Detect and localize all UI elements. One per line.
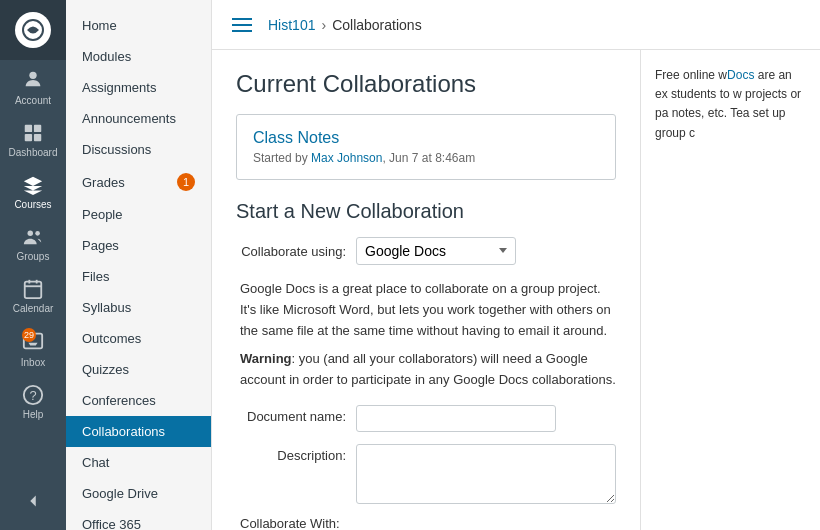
inbox-label: Inbox [21,357,45,368]
sidebar-item-chat[interactable]: Chat [66,447,211,478]
sidebar-item-outcomes[interactable]: Outcomes [66,323,211,354]
svg-rect-4 [25,134,32,141]
dashboard-label: Dashboard [9,147,58,158]
sidebar-item-assignments[interactable]: Assignments [66,72,211,103]
warning-text: : you (and all your collaborators) will … [240,351,616,387]
sidebar-item-pages[interactable]: Pages [66,230,211,261]
sidebar-item-help[interactable]: ? Help [0,376,66,428]
info-description: Google Docs is a great place to collabor… [240,279,616,341]
description-textarea[interactable] [356,444,616,504]
info-box: Google Docs is a great place to collabor… [236,279,616,391]
sidebar-item-modules[interactable]: Modules [66,41,211,72]
calendar-icon [22,278,44,300]
sidebar-item-courses[interactable]: Courses [0,166,66,218]
collaborate-using-select[interactable]: Google Docs Google Drive Office 365 [356,237,516,265]
collab-card-meta: Started by Max Johnson, Jun 7 at 8:46am [253,151,599,165]
sidebar-item-groups[interactable]: Groups [0,218,66,270]
arrow-left-icon [22,490,44,512]
sidebar-item-collaborations[interactable]: Collaborations [66,416,211,447]
collaborate-using-label: Collaborate using: [236,244,346,259]
sidebar-item-dashboard[interactable]: Dashboard [0,114,66,166]
svg-point-6 [28,231,34,237]
breadcrumb-separator: › [321,17,326,33]
sidebar-item-grades[interactable]: Grades 1 [66,165,211,199]
description-row: Description: [236,444,616,504]
sidebar-item-account[interactable]: Account [0,60,66,114]
sidebar-item-files[interactable]: Files [66,261,211,292]
collab-card-name[interactable]: Class Notes [253,129,599,147]
course-sidebar: Home Modules Assignments Announcements D… [66,0,212,530]
main-content: Hist101 › Collaborations Current Collabo… [212,0,820,530]
person-icon [22,68,44,90]
breadcrumb-current: Collaborations [332,17,422,33]
dashboard-icon [22,122,44,144]
collaborate-with-label: Collaborate With: [236,516,616,530]
svg-point-1 [29,72,36,79]
document-name-input[interactable] [356,405,556,432]
groups-label: Groups [17,251,50,262]
collab-meta-prefix: Started by [253,151,308,165]
collab-author-link[interactable]: Max Johnson [311,151,382,165]
app-logo[interactable] [0,0,66,60]
top-bar: Hist101 › Collaborations [212,0,820,50]
calendar-label: Calendar [13,303,54,314]
collaborate-with-section: Collaborate With: People Groups [236,516,616,530]
sidebar-item-calendar[interactable]: Calendar [0,270,66,322]
inbox-badge: 29 [22,328,36,342]
help-icon: ? [22,384,44,406]
logo-circle [15,12,51,48]
sidebar-item-conferences[interactable]: Conferences [66,385,211,416]
collapse-nav-button[interactable] [0,482,66,520]
icon-nav: Account Dashboard Courses Groups Calenda… [0,0,66,530]
description-label: Description: [236,444,346,463]
courses-label: Courses [14,199,51,210]
sidebar-item-google-drive[interactable]: Google Drive [66,478,211,509]
info-warning: Warning: you (and all your collaborators… [240,349,616,391]
right-panel-text: Free online wDocs are an ex students to … [655,66,806,143]
sidebar-item-quizzes[interactable]: Quizzes [66,354,211,385]
sidebar-item-inbox[interactable]: 29 Inbox [0,322,66,376]
collab-date: Jun 7 at 8:46am [389,151,475,165]
sidebar-item-people[interactable]: People [66,199,211,230]
svg-rect-5 [34,134,41,141]
breadcrumb: Hist101 › Collaborations [268,17,422,33]
sidebar-item-office-365[interactable]: Office 365 [66,509,211,530]
sidebar-item-discussions[interactable]: Discussions [66,134,211,165]
account-label: Account [15,95,51,106]
collab-card: Class Notes Started by Max Johnson, Jun … [236,114,616,180]
help-label: Help [23,409,44,420]
right-panel: Free online wDocs are an ex students to … [640,50,820,530]
sidebar-item-syllabus[interactable]: Syllabus [66,292,211,323]
document-name-label: Document name: [236,405,346,424]
new-collab-title: Start a New Collaboration [236,200,616,223]
svg-rect-3 [34,125,41,132]
main-panel: Current Collaborations Class Notes Start… [212,50,640,530]
collaborate-using-row: Collaborate using: Google Docs Google Dr… [236,237,616,265]
svg-point-7 [35,231,40,236]
document-name-row: Document name: [236,405,616,432]
sidebar-item-announcements[interactable]: Announcements [66,103,211,134]
warning-prefix: Warning [240,351,292,366]
content-area: Current Collaborations Class Notes Start… [212,50,820,530]
svg-rect-2 [25,125,32,132]
breadcrumb-course[interactable]: Hist101 [268,17,315,33]
courses-icon [22,174,44,196]
groups-icon [22,226,44,248]
svg-rect-8 [25,282,42,299]
docs-link[interactable]: Docs [727,68,754,82]
hamburger-menu[interactable] [232,18,252,32]
current-collabs-title: Current Collaborations [236,70,616,98]
svg-text:?: ? [29,388,36,403]
grades-badge: 1 [177,173,195,191]
sidebar-item-home[interactable]: Home [66,10,211,41]
